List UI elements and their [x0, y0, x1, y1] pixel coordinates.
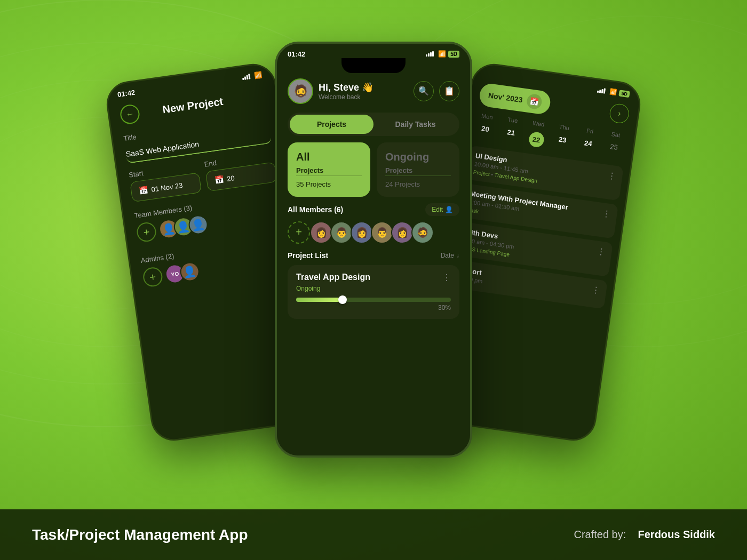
edit-members-button[interactable]: Edit 👤: [425, 203, 459, 216]
member-4: 👨: [371, 221, 393, 244]
center-header: 🧔 Hi, Steve 👋 Welcome back 🔍 📋: [277, 75, 470, 109]
project-list-header: Project List Date ↓: [277, 251, 470, 265]
date-23-value: 23: [558, 135, 567, 144]
user-subtitle: Welcome back: [319, 93, 374, 101]
project-menu-icon[interactable]: ⋮: [442, 273, 451, 283]
battery-center: 5D: [448, 51, 459, 58]
csignal-1: [426, 54, 427, 57]
phone-center: 01:42 📶 5D 🧔: [275, 42, 472, 458]
rwifi-icon: 📶: [609, 88, 618, 96]
date-23[interactable]: 23: [549, 132, 576, 154]
credit-text: Crafted by: Ferdous Siddik: [574, 529, 715, 541]
member-avatars: 👤 👤 👤: [158, 214, 209, 239]
task-1-menu[interactable]: ⋮: [607, 170, 616, 181]
status-icons-left: 📶: [242, 70, 263, 81]
members-title: All Members (6): [288, 205, 343, 214]
time-left: 01:42: [117, 88, 136, 98]
all-projects-label: Projects: [296, 166, 362, 174]
member-6: 🧔: [411, 221, 434, 244]
add-member-icon: 👤: [445, 206, 453, 213]
csignal-4: [432, 51, 434, 57]
month-pill: Nov' 2023 📅: [478, 82, 552, 115]
task-4-menu[interactable]: ⋮: [591, 284, 600, 295]
rsignal-4: [603, 87, 606, 93]
all-projects-count: 35 Projects: [296, 180, 362, 188]
date-25-value: 25: [609, 142, 618, 151]
project-list-title: Project List: [288, 251, 328, 260]
next-month-button[interactable]: ›: [608, 102, 630, 124]
tab-projects[interactable]: Projects: [290, 115, 374, 134]
time-center: 01:42: [288, 50, 305, 58]
calendar-icon-end: 📅: [214, 175, 224, 185]
ongoing-projects-count: 24 Projects: [385, 180, 451, 188]
all-projects-card[interactable]: All Projects 35 Projects: [288, 142, 370, 197]
date-21-value: 21: [507, 128, 515, 137]
start-date-value: 01 Nov 23: [150, 181, 183, 193]
user-text: Hi, Steve 👋 Welcome back: [319, 82, 374, 101]
notification-button[interactable]: 📋: [439, 81, 459, 101]
search-button[interactable]: 🔍: [414, 81, 434, 101]
calendar-icon-start: 📅: [139, 185, 149, 195]
new-project-title: New Project: [144, 92, 242, 118]
ongoing-projects-title: Ongoing: [385, 151, 451, 163]
member-3: 👩: [351, 221, 373, 244]
progress-thumb: [338, 295, 347, 304]
date-21[interactable]: 21: [497, 124, 524, 147]
cwifi-icon: 📶: [438, 50, 446, 58]
date-20-value: 20: [481, 124, 489, 133]
task-2-content: Meeting With Project Manager 1:00 am - 0…: [467, 189, 569, 226]
start-col: Start 📅 01 Nov 23: [128, 161, 202, 202]
rsignal-1: [597, 90, 599, 92]
task-1-content: UI Design 10:00 am - 11:45 am Project • …: [473, 151, 540, 183]
member-1: 👩: [310, 221, 332, 244]
sort-label: Date: [441, 252, 454, 259]
project-cards: All Projects 35 Projects Ongoing Project…: [277, 142, 470, 203]
status-icons-center: 📶 5D: [426, 50, 459, 58]
all-projects-title: All: [296, 151, 362, 163]
credit-author: Ferdous Siddik: [638, 529, 715, 540]
member-face-3: 👤: [188, 215, 208, 234]
task-2-menu[interactable]: ⋮: [601, 208, 611, 219]
spacer-right: [485, 74, 501, 76]
ongoing-projects-label: Projects: [385, 166, 451, 174]
member-5: 👩: [391, 221, 414, 244]
progress-fill: [296, 298, 343, 302]
user-greeting: Hi, Steve 👋: [319, 82, 374, 93]
csignal-2: [428, 53, 430, 57]
date-22-today: 22: [528, 131, 545, 148]
add-member-plus[interactable]: +: [288, 221, 310, 244]
progress-label: 30%: [296, 304, 451, 311]
project-item-1[interactable]: Travel App Design ⋮ Ongoing 30%: [288, 265, 459, 319]
tabs-row: Projects Daily Tasks: [288, 113, 459, 136]
user-avatar: 🧔: [288, 78, 313, 104]
user-info: 🧔 Hi, Steve 👋 Welcome back: [288, 78, 374, 104]
app-title: Task/Project Management App: [32, 526, 248, 543]
user-avatar-icon: 🧔: [293, 84, 308, 98]
ongoing-projects-card[interactable]: Ongoing Projects 24 Projects: [377, 142, 459, 197]
card-divider-2: [385, 175, 451, 176]
csignal-3: [430, 52, 432, 57]
date-25[interactable]: 25: [600, 139, 627, 161]
add-member-button[interactable]: +: [136, 221, 157, 243]
project-item-header: Travel App Design ⋮: [296, 273, 451, 283]
phones-container: 01:42 📶 ← New Project: [0, 16, 747, 509]
calendar-nav-icon[interactable]: 📅: [526, 93, 543, 110]
member-2: 👨: [330, 221, 353, 244]
back-button[interactable]: ←: [119, 103, 141, 125]
edit-label: Edit: [432, 206, 443, 213]
signal-bar-4: [248, 73, 250, 78]
date-24-value: 24: [584, 139, 592, 148]
battery-right: 5D: [619, 90, 630, 98]
header-icons: 🔍 📋: [414, 81, 459, 101]
tab-daily-tasks[interactable]: Daily Tasks: [374, 115, 457, 134]
sort-button[interactable]: Date ↓: [441, 252, 459, 259]
add-admin-button[interactable]: +: [142, 266, 164, 287]
date-20[interactable]: 20: [471, 121, 498, 143]
date-22[interactable]: 22: [523, 128, 550, 150]
date-24[interactable]: 24: [574, 135, 601, 158]
admin-avatars: YO 👤: [164, 261, 201, 285]
notch-center: [341, 58, 406, 73]
credit-prefix: Crafted by:: [574, 529, 626, 540]
members-avatars-row: + 👩 👨 👩 👨 👩 🧔: [277, 221, 470, 251]
task-3-menu[interactable]: ⋮: [596, 246, 606, 257]
